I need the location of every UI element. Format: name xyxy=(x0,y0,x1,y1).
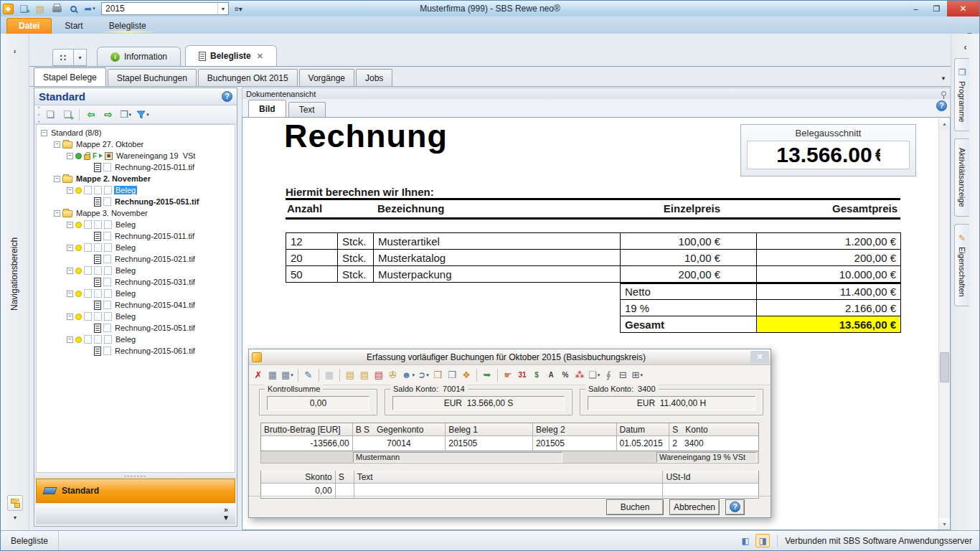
ribbon-tab-belegliste[interactable]: Belegliste xyxy=(96,19,159,34)
grid-layout-icon[interactable]: ▦▾ xyxy=(281,368,294,382)
chevron-down-icon[interactable]: ▼ xyxy=(941,75,946,82)
tree-label[interactable]: Beleg xyxy=(114,289,137,298)
view-tab-bild[interactable]: Bild xyxy=(248,100,286,117)
person-icon[interactable]: ☻▾ xyxy=(401,368,415,382)
grid-cell[interactable]: -13566,00 xyxy=(261,436,353,451)
tree-row[interactable]: Rechnung-2015-011.tif xyxy=(38,230,235,242)
view-tab-text[interactable]: Text xyxy=(288,102,326,117)
orgchart-icon[interactable]: ⁂ xyxy=(573,368,586,382)
app-logo-icon[interactable]: ◆ xyxy=(3,4,14,14)
table-disabled-icon[interactable]: ▦ xyxy=(323,368,336,382)
tab-information[interactable]: i Information xyxy=(97,47,181,66)
tree-row[interactable]: −Beleg xyxy=(38,334,235,345)
ribbon-tab-start[interactable]: Start xyxy=(52,19,95,34)
dialog-help-button[interactable]: ? xyxy=(725,499,745,515)
side-tab-eigenschaften[interactable]: ✎Eigenschaften xyxy=(954,224,969,306)
chevron-down-icon[interactable]: ▼ xyxy=(5,515,25,520)
dollar-icon[interactable]: $ xyxy=(530,368,543,382)
tree-label[interactable]: Rechnung-2015-041.tif xyxy=(113,301,197,309)
tree-label[interactable]: Beleg xyxy=(114,186,137,194)
tree-row[interactable]: −Beleg xyxy=(38,242,235,253)
grid-cell[interactable]: 2 3400 xyxy=(669,436,758,451)
tree-row[interactable]: Rechnung-2015-011.tif xyxy=(38,161,235,173)
tree-label[interactable]: Rechnung-2015-011.tif xyxy=(113,232,196,240)
chevron-down-icon[interactable]: ▼ xyxy=(74,49,87,66)
tree-row[interactable]: Rechnung-2015-021.tif xyxy=(38,253,235,265)
abbrechen-button[interactable]: Abbrechen xyxy=(669,499,720,515)
help-icon[interactable]: ? xyxy=(936,100,947,111)
tree-label[interactable]: Standard (8/8) xyxy=(50,128,103,137)
tree-row[interactable]: −Beleg xyxy=(38,219,235,230)
scroll-thumb[interactable] xyxy=(940,352,949,382)
tree-row[interactable]: Rechnung-2015-041.tif xyxy=(38,299,235,311)
tree-row[interactable]: −Beleg xyxy=(38,265,235,276)
tree-row[interactable]: −Beleg xyxy=(38,184,235,196)
folder-tree-icon[interactable] xyxy=(7,495,23,511)
toolbar-overflow-icon[interactable]: ≡▾ xyxy=(235,5,242,13)
print-icon[interactable] xyxy=(50,2,64,15)
grid-cell[interactable]: 70014 xyxy=(353,436,446,451)
grid-cell[interactable]: 201505 xyxy=(446,436,533,451)
close-icon[interactable]: ✕ xyxy=(257,52,263,61)
book-icon[interactable]: ❒ xyxy=(431,368,444,382)
help-icon[interactable]: ? xyxy=(222,91,232,102)
tree-label[interactable]: Mappe 27. Oktober xyxy=(75,140,145,149)
vertical-scrollbar[interactable]: ▲ ▼ xyxy=(938,118,950,529)
year-select[interactable]: 2015 ▼ xyxy=(101,2,229,15)
standard-view-bar[interactable]: Standard xyxy=(36,479,235,503)
finger-icon[interactable]: ☛ xyxy=(501,368,514,382)
tree-row[interactable]: −Mappe 27. Oktober xyxy=(38,138,235,150)
tree-label[interactable]: Rechnung-2015-031.tif xyxy=(113,278,197,286)
expand-icons[interactable]: »▼ xyxy=(222,506,230,522)
tree-row[interactable]: −Mappe 3. November xyxy=(38,207,235,219)
side-tab-programme[interactable]: ❐Programme xyxy=(954,58,969,131)
delete-icon[interactable]: ✗ xyxy=(252,368,265,382)
tree-label[interactable]: Rechnung-2015-011.tif xyxy=(113,163,196,171)
open-folder-icon[interactable]: ▤ xyxy=(33,2,47,15)
tree-label[interactable]: Mappe 2. November xyxy=(75,174,152,183)
expand-right-icon[interactable]: › xyxy=(1,47,29,55)
layout-single-icon[interactable]: ◧ xyxy=(738,534,753,547)
back-icon[interactable]: ⇦ xyxy=(84,108,98,122)
scroll-up-icon[interactable]: ▲ xyxy=(939,118,950,129)
expand-left-icon[interactable]: ‹ xyxy=(951,42,979,52)
buchen-button[interactable]: Buchen xyxy=(606,499,664,515)
az-book-icon[interactable]: A xyxy=(545,368,557,382)
tree-label[interactable]: Rechnung-2015-051.tif xyxy=(113,197,200,206)
new-page-icon[interactable]: ❏▾ xyxy=(588,368,600,382)
tree-label[interactable]: Rechnung-2015-051.tif xyxy=(113,324,197,332)
tab-belegliste[interactable]: Belegliste ✕ xyxy=(185,45,277,66)
filter-icon[interactable]: ▾ xyxy=(136,108,150,122)
panel-splitter[interactable]: ▪▪▪▪▪▪▪ xyxy=(34,473,237,479)
tree-label[interactable]: Rechnung-2015-061.tif xyxy=(113,347,197,355)
tree-row[interactable]: Rechnung-2015-051.tif xyxy=(38,322,235,334)
tree-row[interactable]: −Standard (8/8) xyxy=(38,127,235,138)
layout-split-icon[interactable]: ◨ xyxy=(755,534,770,547)
scroll-down-icon[interactable]: ▼ xyxy=(939,518,950,529)
dialog-titlebar[interactable]: Erfassung vorläufiger Buchungen für Okto… xyxy=(249,349,771,365)
close-button[interactable]: ✕ xyxy=(947,1,979,17)
ribbon-tab-datei[interactable]: Datei xyxy=(6,18,52,34)
folder-delete-icon[interactable]: ▤ xyxy=(372,368,385,382)
tree-row[interactable]: Rechnung-2015-051.tif xyxy=(38,196,235,207)
tree-row[interactable]: −Mappe 2. November xyxy=(38,173,235,184)
tree-label[interactable]: Beleg xyxy=(114,220,137,229)
expand-icon[interactable]: − xyxy=(41,130,47,136)
new-document-icon[interactable]: ❏+ xyxy=(17,2,31,15)
close-icon[interactable]: ✕ xyxy=(750,351,769,363)
tree-row[interactable]: −Beleg xyxy=(38,311,235,322)
subtab-stapel-buchungen[interactable]: Stapel Buchungen xyxy=(108,69,197,86)
book-calc-icon[interactable]: ❒ xyxy=(446,368,458,382)
tree-label[interactable]: Beleg xyxy=(114,266,137,275)
paperclip-icon[interactable]: ∮ xyxy=(602,368,615,382)
scan-pen-icon[interactable]: ✎ xyxy=(302,368,315,382)
blocks-icon[interactable]: ❖ xyxy=(460,368,473,382)
tree-label[interactable]: Beleg xyxy=(114,312,137,321)
scanner-icon[interactable]: ❏ xyxy=(43,108,57,122)
restore-button[interactable]: ❐ xyxy=(926,1,947,17)
minimize-button[interactable]: – xyxy=(905,1,926,17)
preview-icon[interactable] xyxy=(66,2,80,15)
pin-icon[interactable] xyxy=(941,91,946,96)
tree-row[interactable]: −Beleg xyxy=(38,288,235,299)
chevron-down-icon[interactable]: ▼ xyxy=(217,3,228,14)
